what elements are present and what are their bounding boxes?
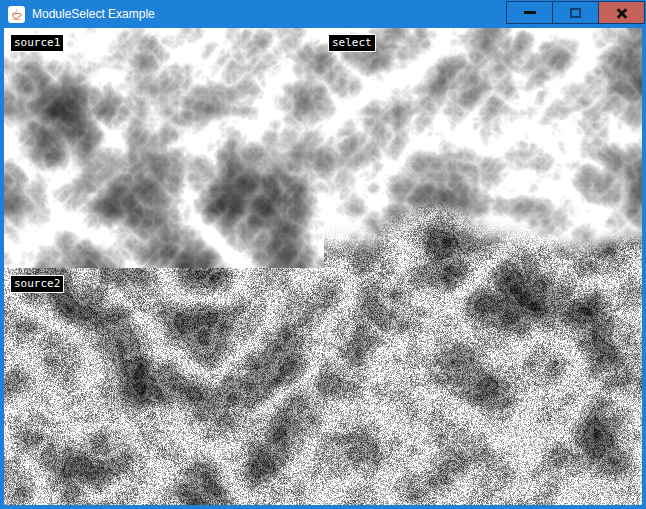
java-app-icon [8,6,25,23]
minimize-button[interactable] [506,1,553,24]
render-area: source1 select source2 [4,28,642,505]
window-title: ModuleSelect Example [32,7,155,21]
label-source2: source2 [10,275,64,293]
coffee-cup-icon [10,8,23,21]
maximize-button[interactable] [552,1,599,24]
window-controls [507,1,645,24]
close-button[interactable] [598,1,645,24]
label-source1: source1 [10,34,64,52]
titlebar[interactable]: ModuleSelect Example [0,0,646,28]
label-select: select [328,34,376,52]
app-window: ModuleSelect Example source1 select sour… [0,0,646,509]
close-icon [616,7,628,19]
noise-canvas [4,28,642,505]
maximize-icon [570,8,581,18]
minimize-icon [524,11,536,14]
